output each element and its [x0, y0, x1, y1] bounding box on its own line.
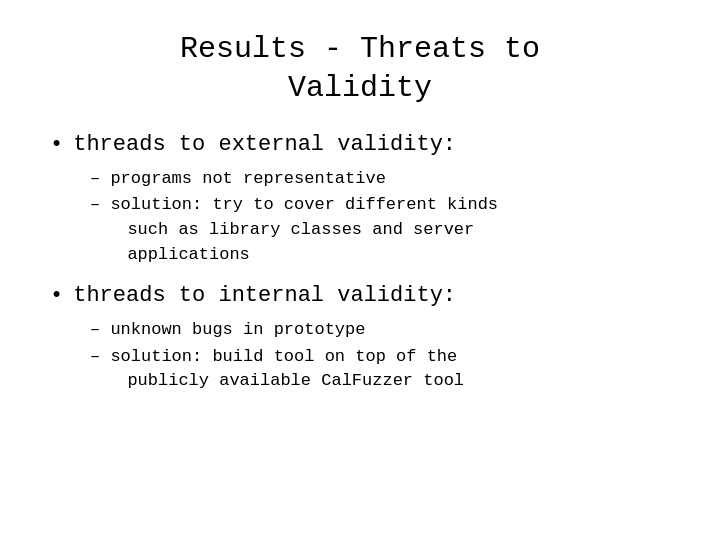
slide: Results - Threats to Validity • threads … — [0, 0, 720, 540]
bullet-2-sub2-line1: – solution: build tool on top of the — [90, 347, 457, 366]
bullet-1-sub2-line2: such as library classes and server — [90, 220, 474, 239]
bullet-2-dot: • — [50, 281, 63, 312]
bullet-1-sub-list: – programs not representative – solution… — [90, 167, 670, 268]
bullet-1-sub2: – solution: try to cover different kinds… — [90, 193, 670, 267]
slide-title: Results - Threats to Validity — [50, 30, 670, 108]
title-line1: Results - Threats to — [180, 32, 540, 66]
bullet-section-2: • threads to internal validity: – unknow… — [50, 281, 670, 398]
bullet-1-main: • threads to external validity: — [50, 130, 670, 161]
bullet-1-sub2-line3: applications — [90, 245, 250, 264]
bullet-1-sub1: – programs not representative — [90, 167, 670, 192]
bullet-1-sub2-line1: – solution: try to cover different kinds — [90, 195, 498, 214]
bullet-2-text: threads to internal validity: — [73, 281, 456, 312]
bullet-1-text: threads to external validity: — [73, 130, 456, 161]
bullet-2-sub2-line2: publicly available CalFuzzer tool — [90, 371, 464, 390]
bullet-2-sub-list: – unknown bugs in prototype – solution: … — [90, 318, 670, 394]
bullet-2-sub1: – unknown bugs in prototype — [90, 318, 670, 343]
bullet-2-sub2: – solution: build tool on top of the pub… — [90, 345, 670, 394]
bullet-2-main: • threads to internal validity: — [50, 281, 670, 312]
title-line2: Validity — [288, 71, 432, 105]
bullet-section-1: • threads to external validity: – progra… — [50, 130, 670, 271]
bullet-1-dot: • — [50, 130, 63, 161]
